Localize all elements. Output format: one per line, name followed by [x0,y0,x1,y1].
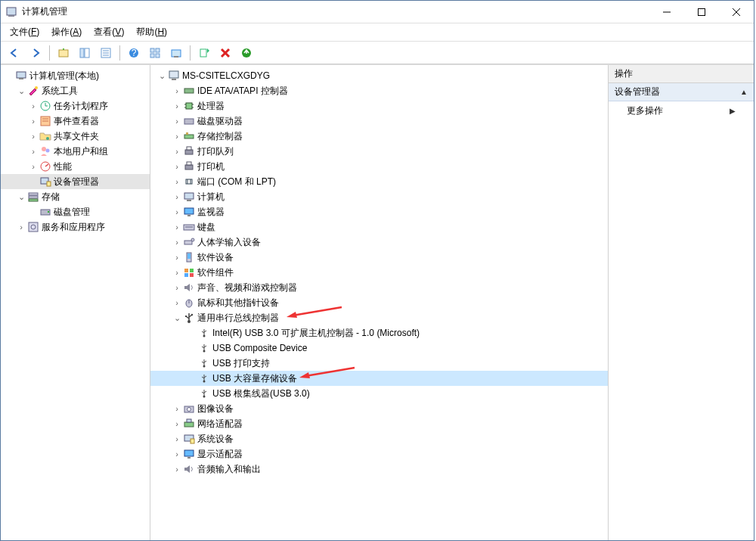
expander-icon[interactable]: ⌄ [16,192,26,202]
actions-section[interactable]: 设备管理器 ▲ [609,83,754,101]
device-root[interactable]: ⌄MS-CSITELCXGDYG [150,68,608,83]
console-tree[interactable]: 计算机管理(本地) ⌄系统工具 ›任务计划程序 ›事件查看器 ›共享文件夹 ›本… [1,65,150,540]
delete-button[interactable] [216,45,234,61]
device-network[interactable]: ›网络适配器 [150,416,608,431]
expander-icon[interactable]: › [172,404,182,413]
expander-icon[interactable]: › [172,465,182,474]
expander-icon[interactable]: › [172,86,182,95]
tree-services-apps[interactable]: ›服务和应用程序 [1,219,150,235]
expander-icon[interactable]: › [172,101,182,110]
device-disk-drive[interactable]: ›磁盘驱动器 [150,113,608,129]
device-ports[interactable]: ›端口 (COM 和 LPT) [150,174,608,189]
device-sw-components[interactable]: ›软件组件 [150,265,608,280]
svg-rect-62 [187,162,191,165]
perf-icon [39,160,52,173]
expander-icon[interactable]: ⌄ [156,71,167,81]
node-label: USB Composite Device [212,343,307,353]
expander-icon[interactable]: › [28,162,39,171]
minimize-button[interactable] [649,1,684,23]
expander-icon[interactable]: › [172,419,182,428]
device-printer[interactable]: ›打印机 [150,159,608,174]
expander-icon[interactable]: › [172,268,182,277]
monitor-icon [182,206,196,218]
device-usb-mass-storage[interactable]: USB 大容量存储设备 [150,371,608,386]
tree-event-viewer[interactable]: ›事件查看器 [1,113,150,129]
expander-icon[interactable]: › [172,298,182,307]
close-button[interactable] [719,1,754,23]
expander-icon[interactable]: › [172,283,182,292]
menu-action[interactable]: 操作(A) [51,26,82,39]
tree-disk-mgmt[interactable]: 磁盘管理 [1,204,150,219]
app-icon [5,6,17,18]
help-button[interactable]: ? [125,45,143,61]
expander-icon[interactable]: › [172,434,182,443]
device-sw-devices[interactable]: ›软件设备 [150,250,608,265]
device-cpu[interactable]: ›处理器 [150,98,608,113]
expander-icon[interactable]: › [172,207,182,216]
menu-view[interactable]: 查看(V) [94,26,124,39]
tree-shared-folders[interactable]: ›共享文件夹 [1,129,150,144]
collapse-icon[interactable]: ▲ [740,88,748,96]
expander-icon[interactable]: › [172,177,182,186]
svg-rect-25 [17,72,26,78]
device-tree[interactable]: ⌄MS-CSITELCXGDYG ›IDE ATA/ATAPI 控制器 ›处理器… [150,65,609,540]
device-keyboard[interactable]: ›键盘 [150,219,608,235]
up-button[interactable] [54,45,73,61]
show-hidden-button[interactable] [167,45,185,61]
expander-icon[interactable]: › [172,132,182,141]
actions-more[interactable]: 更多操作 ▶ [609,101,754,120]
view-button[interactable] [146,45,164,61]
expander-icon[interactable]: › [16,222,26,232]
expander-icon[interactable]: › [172,238,182,247]
back-button[interactable] [5,45,23,61]
tree-system-tools[interactable]: ⌄系统工具 [1,83,150,98]
show-hide-button[interactable] [76,45,94,61]
node-label: 端口 (COM 和 LPT) [197,176,276,188]
enable-button[interactable] [237,45,256,61]
tree-device-manager[interactable]: 设备管理器 [1,174,150,189]
device-ide[interactable]: ›IDE ATA/ATAPI 控制器 [150,83,608,98]
tree-storage[interactable]: ⌄存储 [1,189,150,204]
tree-performance[interactable]: ›性能 [1,159,150,174]
expander-icon[interactable]: › [172,162,182,171]
expander-icon[interactable]: › [28,101,39,110]
device-system[interactable]: ›系统设备 [150,431,608,446]
device-storage-ctl[interactable]: ›存储控制器 [150,129,608,144]
expander-icon[interactable]: ⌄ [172,313,182,323]
device-print-queue[interactable]: ›打印队列 [150,144,608,159]
tree-root[interactable]: 计算机管理(本地) [1,68,150,83]
expander-icon[interactable]: › [172,222,182,232]
expander-icon[interactable]: › [172,192,182,201]
properties-button[interactable] [97,45,115,61]
device-usb-composite[interactable]: USB Composite Device [150,340,608,356]
expander-icon[interactable]: › [172,147,182,156]
device-computer[interactable]: ›计算机 [150,189,608,204]
device-usb-controllers[interactable]: ⌄通用串行总线控制器 [150,310,608,325]
menu-help[interactable]: 帮助(H) [136,26,167,39]
tree-task-scheduler[interactable]: ›任务计划程序 [1,98,150,113]
device-monitor[interactable]: ›监视器 [150,204,608,219]
expander-icon[interactable]: › [172,117,182,126]
device-usb-intel[interactable]: Intel(R) USB 3.0 可扩展主机控制器 - 1.0 (Microso… [150,325,608,340]
menu-file[interactable]: 文件(F) [10,26,39,39]
device-usb-print[interactable]: USB 打印支持 [150,356,608,371]
maximize-button[interactable] [684,1,719,23]
device-imaging[interactable]: ›图像设备 [150,401,608,416]
expander-icon[interactable]: › [28,147,39,156]
device-sound[interactable]: ›声音、视频和游戏控制器 [150,280,608,295]
expander-icon[interactable]: › [28,117,39,126]
node-label: USB 打印支持 [212,357,270,370]
device-hid[interactable]: ›人体学输入设备 [150,235,608,250]
device-mouse[interactable]: ›鼠标和其他指针设备 [150,295,608,310]
device-display[interactable]: ›显示适配器 [150,446,608,462]
scan-button[interactable] [195,45,213,61]
expander-icon[interactable]: › [172,253,182,262]
tree-local-users[interactable]: ›本地用户和组 [1,144,150,159]
forward-button[interactable] [26,45,45,61]
device-usb-root-hub[interactable]: USB 根集线器(USB 3.0) [150,386,608,401]
device-audio-io[interactable]: ›音频输入和输出 [150,462,608,477]
expander-icon[interactable]: › [172,449,182,459]
node-label: MS-CSITELCXGDYG [182,70,270,81]
expander-icon[interactable]: › [28,132,39,141]
expander-icon[interactable]: ⌄ [16,86,26,96]
